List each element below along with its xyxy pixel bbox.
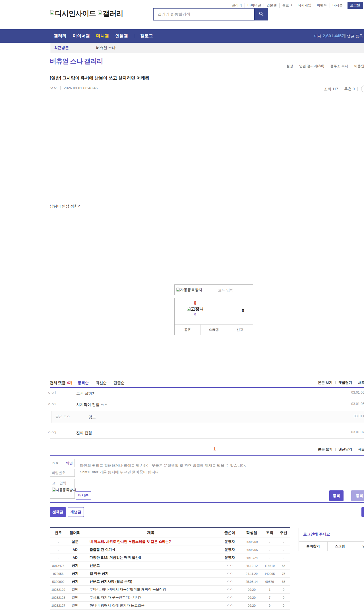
row-title-link[interactable]: 신문고 공지사항 (답글 금지) (83, 579, 218, 584)
anonymous-label[interactable]: 익명 (66, 461, 73, 466)
nav-item-minor[interactable]: 마이너갤 (70, 33, 93, 39)
top-link-minor[interactable]: 마이너갤 (245, 3, 264, 8)
site-logo[interactable]: 디시인사이드 갤러리 (50, 8, 123, 19)
row-writer[interactable]: ㅇㅇ (218, 603, 241, 608)
recent-visit-gallery[interactable]: 버츄얼 스나 (96, 45, 116, 50)
row-title-link[interactable]: 루시도 자기가 구독권뿌리는거냐? (83, 595, 218, 600)
row-writer[interactable]: 운영자 (218, 555, 241, 560)
best-posts-button[interactable]: 개념글 (68, 507, 84, 517)
row-title-link[interactable]: 갤 이용 공지 (83, 571, 218, 576)
col-writer: 글쓴이 (218, 530, 241, 535)
row-category: 공지 (67, 571, 83, 576)
comment-page-1[interactable]: 1 (50, 447, 364, 451)
gallery-title[interactable]: 버츄얼 스나 갤러리 (50, 57, 103, 66)
dccon-button[interactable]: 디시콘 (76, 491, 91, 499)
row-writer[interactable]: ㅇㅇ (218, 587, 241, 592)
comment-textarea[interactable]: 타인의 권리를 침해하거나 명예를 훼손하는 댓글은 운영원칙 및 관련 법률에… (76, 459, 323, 488)
vote-box: 0 고정닉 0 0 공유 스크랩 신고 (174, 298, 253, 335)
nav-divider (134, 34, 134, 38)
row-title-link[interactable]: 출출할 땐 여기~! (83, 547, 218, 552)
table-row: 972656 공지 갤 이용 공지 ㅇㅇ 24.11.29 142965 75 (50, 570, 290, 578)
captcha-alt-text: 자동등록방지 (180, 287, 202, 292)
password-input[interactable] (52, 471, 73, 475)
post-author[interactable]: ㅇㅇ (50, 85, 57, 90)
login-button[interactable]: 로그인 (348, 2, 363, 9)
nav-item-gallog[interactable]: 갤로그 (137, 33, 156, 39)
copy-url-link[interactable]: 갤주소 복사 (330, 64, 348, 69)
table-row: - 설문 내 며느리, 사위로 만나면 부담스러울 것 같은 스타는? 운영자 … (50, 538, 290, 546)
divider (321, 87, 321, 91)
row-recommend: - (277, 548, 290, 552)
scrap-button[interactable]: 스크랩 (327, 542, 352, 551)
comment-author[interactable]: ㅇㅇ1 (47, 391, 56, 395)
sort-tab-reply[interactable]: 답글순 (113, 380, 125, 385)
search-input[interactable] (153, 8, 255, 20)
row-writer[interactable]: ㅇㅇ (218, 595, 241, 600)
usage-guide-link[interactable]: 이용안내 (354, 64, 364, 69)
row-writer[interactable]: ㅇㅇ (218, 579, 241, 584)
fixed-nick-label: 고정닉 (191, 306, 204, 312)
report-button[interactable]: 신고 (227, 325, 253, 335)
login-message: 로그인해 주세요. (299, 528, 364, 537)
comment-submit-button[interactable]: 등록 (329, 490, 344, 501)
row-title-link[interactable]: 다양한 BJ의 거침없는 매력 발산!! (83, 555, 218, 560)
write-post-button[interactable]: 글쓰기 (361, 507, 364, 517)
top-link-person[interactable]: 인물갤 (264, 3, 279, 8)
scrap-button[interactable]: 스크랩 (200, 325, 227, 335)
broken-image-icon (98, 8, 102, 16)
nickname-input[interactable] (52, 461, 66, 465)
views-label: 조회 (324, 86, 331, 92)
row-title-link[interactable]: 내 며느리, 사위로 만나면 부담스러울 것 같은 스타는? (83, 539, 218, 544)
refresh-comments-link[interactable]: 새로고침 (358, 447, 364, 452)
top-link-dccon[interactable]: 디시콘 (330, 3, 345, 8)
related-galleries-link[interactable]: 연관 갤러리(3/6) (299, 64, 324, 69)
stats-prefix: 어제 (314, 34, 322, 39)
comment-submit-button-secondary[interactable]: 등록 (351, 490, 364, 501)
row-number: 8013476 (50, 564, 67, 567)
downvote-count[interactable]: 0 (242, 308, 244, 313)
nav-item-person[interactable]: 인물갤 (112, 33, 131, 39)
sort-tab-registered[interactable]: 등록순 (78, 380, 89, 385)
row-title-link[interactable]: 신문고 (83, 563, 218, 568)
row-title-link[interactable]: 하나비 망해서 갤에 활기가 돌고있음 (83, 603, 218, 608)
row-recommend: 0 (277, 588, 290, 591)
top-link-event[interactable]: 이벤트 (314, 3, 330, 8)
gallery-settings-link[interactable]: 설정 (286, 64, 293, 69)
search-button[interactable] (255, 8, 268, 20)
nav-item-mini[interactable]: 미니갤 (93, 33, 112, 39)
title-underline (50, 70, 364, 70)
row-writer[interactable]: 운영자 (218, 547, 241, 552)
row-writer[interactable]: ㅇㅇ (218, 563, 241, 568)
comment-captcha-input[interactable] (52, 481, 73, 485)
comment-author[interactable]: ㅇㅇ2 (47, 402, 56, 407)
notification-button[interactable]: 알림 (352, 542, 364, 551)
row-date: 26/03/09 (241, 540, 262, 544)
captcha-code-input[interactable] (212, 288, 253, 292)
row-writer[interactable]: 운영자 (218, 539, 241, 544)
sort-tab-newest[interactable]: 최신순 (96, 380, 107, 385)
close-comments-link[interactable]: 댓글닫기 (338, 447, 352, 452)
top-link-gallog[interactable]: 갤로그 (279, 3, 295, 8)
stats-suffix: 댓글 등록 (347, 34, 363, 39)
share-button[interactable]: 공유 (175, 325, 200, 335)
favorite-button[interactable]: 즐겨찾기 (299, 542, 327, 551)
top-link-dcgame[interactable]: 디시게임 (295, 3, 314, 8)
row-title-link[interactable]: 루비<ㅡ하나비에서 재능은딸려도 캐릭이 독보적임 (83, 587, 218, 592)
row-number: 5320909 (50, 580, 67, 583)
comments-total: 전체 댓글4개 (50, 380, 73, 385)
row-writer[interactable]: ㅇㅇ (218, 571, 241, 576)
nav-item-gallery[interactable]: 갤러리 (51, 33, 70, 39)
comment-author[interactable]: ㅇㅇ3 (47, 430, 56, 435)
view-post-link[interactable]: 본문 보기 (318, 447, 332, 452)
reply-author[interactable]: 글쓴 ㅇㅇ (55, 414, 70, 419)
comment-count-pill[interactable] (361, 85, 364, 92)
close-comments-link[interactable]: 댓글닫기 (338, 380, 352, 385)
row-category: AD (67, 556, 83, 560)
view-post-link[interactable]: 본문 보기 (318, 380, 332, 385)
all-posts-button[interactable]: 전체글 (50, 507, 66, 517)
upvote-area[interactable]: 0 고정닉 0 (181, 301, 209, 316)
refresh-comments-link[interactable]: 새로고침 (358, 380, 364, 385)
post-title: [일반] 그사람이 유서에 남봉이 쓰고 살자하면 어케됨 (50, 75, 306, 81)
divider (296, 65, 296, 68)
top-link-gallery[interactable]: 갤러리 (229, 3, 245, 8)
